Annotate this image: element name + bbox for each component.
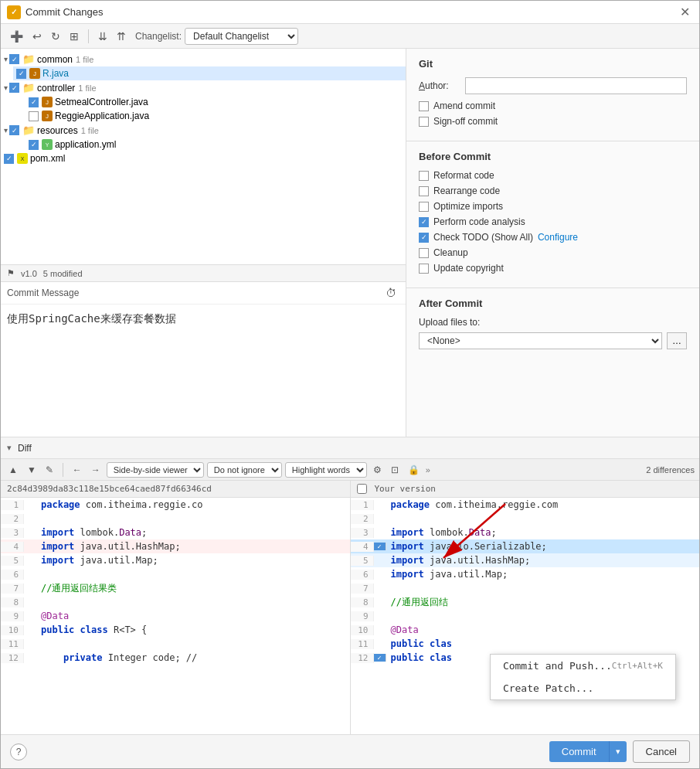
- titlebar-left: ✓ Commit Changes: [7, 5, 103, 19]
- reformat-label: Reformat code: [433, 170, 494, 181]
- commit-message-section: Commit Message ⏱: [1, 282, 406, 437]
- reformat-checkbox[interactable]: [419, 171, 429, 181]
- file-tree: ▾ ✓ 📁 common 1 file ✓ J R.java ▾ ✓ 📁: [1, 49, 406, 265]
- diff-left-line-4: 4 import java.util.HashMap;: [1, 539, 350, 553]
- rearrange-checkbox[interactable]: [419, 186, 429, 196]
- filename-pomxml: pom.xml: [30, 153, 65, 164]
- amend-checkbox[interactable]: [419, 101, 429, 111]
- diff-right-line-3: 3 import lombok.Data;: [351, 526, 700, 539]
- viewer-select[interactable]: Side-by-side viewer: [107, 462, 204, 478]
- java-icon-rjava: J: [29, 68, 40, 79]
- diff-lock-btn[interactable]: 🔒: [405, 464, 423, 476]
- reformat-row[interactable]: Reformat code: [419, 170, 687, 181]
- update-copyright-checkbox[interactable]: [419, 264, 429, 274]
- version-value: v1.0: [21, 269, 37, 278]
- create-patch-label: Create Patch...: [503, 682, 593, 694]
- checkbox-appyml[interactable]: ✓: [29, 140, 39, 150]
- tree-item-appyml[interactable]: ✓ Y application.yml: [25, 138, 406, 151]
- close-button[interactable]: ✕: [677, 5, 693, 19]
- collapse-button[interactable]: ⇈: [114, 29, 129, 44]
- diff-side-btn[interactable]: ⊡: [388, 464, 402, 476]
- author-input[interactable]: [465, 77, 687, 94]
- sign-off-checkbox[interactable]: [419, 117, 429, 127]
- upload-select[interactable]: <None>: [419, 332, 662, 349]
- update-copyright-row[interactable]: Update copyright: [419, 263, 687, 274]
- status-bar: ⚑ v1.0 5 modified: [1, 265, 406, 282]
- amend-commit-row[interactable]: Amend commit: [419, 100, 687, 111]
- commit-button[interactable]: Commit: [549, 741, 610, 762]
- tree-item-pomxml[interactable]: ✓ X pom.xml: [1, 151, 406, 165]
- checkbox-common[interactable]: ✓: [9, 54, 19, 64]
- upload-label: Upload files to:: [419, 317, 480, 328]
- commit-dropdown-button[interactable]: ▾: [610, 741, 627, 762]
- undo-button[interactable]: ↩: [29, 29, 45, 44]
- diff-left-line-6: 6: [1, 567, 350, 581]
- commit-split-button: Commit ▾: [549, 741, 627, 762]
- diff-up-btn[interactable]: ▲: [5, 464, 21, 476]
- cleanup-label: Cleanup: [433, 247, 468, 258]
- cancel-button[interactable]: Cancel: [633, 740, 690, 763]
- folder-icon-controller: 📁: [22, 82, 35, 94]
- diff-section: ▾ Diff ▲ ▼ ✎ ← → Side-by-side viewer Do …: [1, 437, 699, 734]
- main-content: ▾ ✓ 📁 common 1 file ✓ J R.java ▾ ✓ 📁: [1, 49, 699, 437]
- checkbox-resources[interactable]: ✓: [9, 125, 19, 135]
- checkbox-setmeal[interactable]: ✓: [29, 97, 39, 107]
- cleanup-row[interactable]: Cleanup: [419, 247, 687, 258]
- bottom-right: Commit ▾ Cancel: [549, 740, 690, 763]
- checkbox-controller[interactable]: ✓: [9, 83, 19, 93]
- filename-setmeal: SetmealController.java: [55, 97, 148, 107]
- diff-right-line-5: 5 import java.util.HashMap;: [351, 553, 700, 567]
- expand-button[interactable]: ⇊: [95, 29, 110, 44]
- highlight-select[interactable]: Highlight words: [285, 462, 367, 478]
- file-count-common: 1 file: [76, 55, 93, 64]
- commit-and-push-item[interactable]: Commit and Push... Ctrl+Alt+K: [491, 655, 675, 677]
- amend-label: Amend commit: [433, 100, 495, 111]
- tree-item-setmeal[interactable]: ✓ J SetmealController.java: [25, 95, 406, 109]
- create-patch-item[interactable]: Create Patch...: [491, 677, 675, 699]
- diff-back-btn[interactable]: ←: [70, 464, 85, 476]
- diff-settings-btn[interactable]: ⚙: [370, 464, 385, 476]
- tree-item-common[interactable]: ▾ ✓ 📁 common 1 file: [1, 52, 406, 66]
- check-todo-row[interactable]: ✓ Check TODO (Show All) Configure: [419, 232, 687, 243]
- diff-right-checkbox[interactable]: [357, 484, 367, 494]
- perform-analysis-row[interactable]: ✓ Perform code analysis: [419, 216, 687, 227]
- tree-item-resources[interactable]: ▾ ✓ 📁 resources 1 file: [1, 123, 406, 138]
- rearrange-label: Rearrange code: [433, 185, 500, 196]
- chevron-controller: ▾: [4, 83, 8, 92]
- group-button[interactable]: ⊞: [66, 29, 82, 44]
- history-button[interactable]: ⏱: [382, 285, 399, 301]
- diff-right-pane[interactable]: Your version 1 package com.itheima.reggi…: [351, 481, 700, 734]
- refresh-button[interactable]: ↻: [48, 29, 63, 44]
- upload-ellipsis-btn[interactable]: …: [667, 332, 687, 349]
- rearrange-row[interactable]: Rearrange code: [419, 185, 687, 196]
- filename-rjava: R.java: [42, 68, 69, 79]
- tree-item-controller[interactable]: ▾ ✓ 📁 controller 1 file: [1, 80, 406, 95]
- checkbox-rjava[interactable]: ✓: [16, 69, 26, 79]
- left-panel: ▾ ✓ 📁 common 1 file ✓ J R.java ▾ ✓ 📁: [1, 49, 406, 437]
- diff-fwd-btn[interactable]: →: [88, 464, 104, 476]
- help-button[interactable]: ?: [10, 743, 27, 760]
- add-button[interactable]: ➕: [7, 29, 26, 44]
- tree-item-reggie[interactable]: J ReggieApplication.java: [25, 109, 406, 123]
- commit-message-input[interactable]: [1, 305, 406, 437]
- changelist-select[interactable]: Default Changelist: [185, 28, 298, 45]
- separator-diff: [63, 463, 63, 477]
- perform-analysis-checkbox[interactable]: ✓: [419, 217, 429, 227]
- checkbox-pomxml[interactable]: ✓: [4, 154, 14, 164]
- diff-down-btn[interactable]: ▼: [24, 464, 39, 476]
- diff-left-line-12: 12 private Integer code; //: [1, 651, 350, 665]
- optimize-label: Optimize imports: [433, 201, 503, 212]
- diff-title: Diff: [18, 443, 32, 454]
- tree-item-rjava[interactable]: ✓ J R.java: [13, 66, 406, 80]
- sign-off-row[interactable]: Sign-off commit: [419, 116, 687, 127]
- optimize-row[interactable]: Optimize imports: [419, 201, 687, 212]
- configure-link[interactable]: Configure: [538, 232, 578, 243]
- diff-edit-btn[interactable]: ✎: [42, 464, 56, 476]
- diff-left-pane[interactable]: 2c84d3989da83c118e15bce64caed87fd66346cd…: [1, 481, 351, 734]
- folder-name-common: common: [37, 54, 73, 65]
- ignore-select[interactable]: Do not ignore: [207, 462, 282, 478]
- optimize-checkbox[interactable]: [419, 202, 429, 212]
- check-todo-checkbox[interactable]: ✓: [419, 233, 429, 243]
- cleanup-checkbox[interactable]: [419, 248, 429, 258]
- checkbox-reggie[interactable]: [29, 111, 39, 121]
